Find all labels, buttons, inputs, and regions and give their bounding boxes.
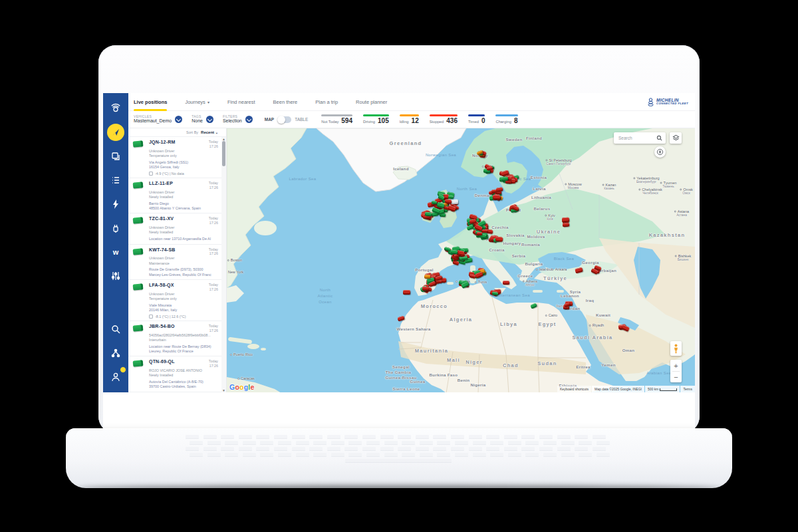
- keyboard-key: [243, 441, 256, 445]
- sidebar-item-navigation[interactable]: [107, 124, 124, 141]
- counter-timed[interactable]: Timed0: [468, 114, 485, 124]
- vehicle-last-update: Today17:26: [209, 181, 218, 190]
- michelin-man-icon: [647, 98, 654, 106]
- vehicle-marker-red[interactable]: [503, 281, 509, 285]
- vehicle-marker-orange[interactable]: [424, 275, 430, 279]
- vehicle-marker-red[interactable]: [445, 199, 452, 203]
- keyboard-key: [521, 447, 535, 451]
- vehicle-marker-green[interactable]: [424, 212, 432, 217]
- vehicle-marker-red[interactable]: [561, 217, 569, 223]
- counter-charging[interactable]: Charging8: [495, 114, 517, 124]
- vehicle-plate: TZC-81-XV: [149, 216, 174, 221]
- vehicle-marker-red[interactable]: [403, 289, 410, 294]
- vehicle-list-item[interactable]: LLZ-11-EPToday17:26Unknown DriverNewly I…: [128, 178, 226, 213]
- keyboard-key: [331, 453, 344, 457]
- vehicle-list-scrollbar[interactable]: ▲ ▼: [221, 137, 226, 392]
- tab-find-nearest[interactable]: Find nearest: [227, 93, 255, 111]
- counter-driving[interactable]: Driving105: [363, 114, 389, 124]
- vehicle-address-line: Via Angelo Siffredi (SS1): [149, 160, 218, 165]
- sidebar-item-share[interactable]: [107, 344, 124, 362]
- pegman-button[interactable]: [670, 341, 682, 356]
- vehicle-list-item[interactable]: QTN-69-QLToday17:26ROJO VICARIO JOSE ANT…: [128, 356, 226, 392]
- chevron-down-icon[interactable]: [245, 116, 253, 123]
- map-layers-button[interactable]: [670, 132, 682, 144]
- vehicle-marker-green[interactable]: [448, 196, 454, 200]
- counter-value: 0: [481, 117, 485, 124]
- vehicle-marker-red[interactable]: [496, 187, 503, 192]
- vehicle-title-row: LLZ-11-EPToday17:26: [149, 181, 218, 190]
- compass-button[interactable]: [654, 146, 666, 158]
- scrollbar-thumb[interactable]: [222, 141, 225, 166]
- tab-journeys[interactable]: Journeys▾: [185, 93, 209, 111]
- selector-vehicles[interactable]: VEHICLESMastemaut_Demo: [134, 114, 182, 124]
- vehicle-list-item[interactable]: TZC-81-XVToday17:26Unknown DriverNewly I…: [128, 213, 226, 244]
- keyboard-key: [207, 453, 221, 457]
- sidebar-item-user[interactable]: [107, 368, 124, 386]
- switch-knob[interactable]: [277, 116, 285, 124]
- tab-been-there[interactable]: Been there: [273, 93, 298, 111]
- keyboard-key: [473, 441, 486, 445]
- vehicle-marker-red[interactable]: [457, 250, 465, 256]
- terms-link[interactable]: Terms: [680, 386, 695, 392]
- counter-label: Charging: [495, 120, 511, 124]
- selector-filters[interactable]: FILTERSSelection: [223, 114, 253, 124]
- selector-tags[interactable]: TAGSNone: [192, 114, 213, 124]
- keyboard-key: [309, 447, 323, 451]
- scroll-down-arrow[interactable]: ▼: [222, 388, 225, 392]
- table-toggle-label[interactable]: TABLE: [295, 117, 308, 122]
- vehicle-list-item[interactable]: KWT-74-SBToday17:26Unknown DriverMainten…: [128, 245, 226, 280]
- keyboard-key: [313, 441, 327, 445]
- vehicle-list-item[interactable]: JQN-12-RMToday17:26Unknown DriverTempera…: [128, 137, 226, 178]
- compass-icon: [656, 148, 664, 156]
- vehicle-marker-red[interactable]: [495, 236, 503, 241]
- vehicle-marker-red[interactable]: [481, 229, 487, 232]
- sort-value-dropdown[interactable]: Recent ⌄: [201, 130, 218, 134]
- navigation-icon: [110, 127, 121, 138]
- keyboard-shortcuts-link[interactable]: Keyboard shortcuts: [557, 386, 591, 392]
- counter-not-today[interactable]: Not Today594: [321, 114, 352, 124]
- counter-idling[interactable]: Idling12: [400, 114, 419, 124]
- keyboard-key: [451, 447, 464, 451]
- vehicle-marker-red[interactable]: [493, 195, 501, 200]
- vehicle-marker-red[interactable]: [422, 287, 429, 291]
- map-table-switch[interactable]: [277, 116, 291, 123]
- map-canvas[interactable]: ‹: [227, 128, 695, 392]
- map-toggle-label[interactable]: MAP: [265, 117, 274, 122]
- search-input[interactable]: [617, 135, 656, 141]
- sidebar-item-filters[interactable]: [107, 267, 124, 285]
- sidebar-item-webfleet-w[interactable]: w: [107, 243, 124, 261]
- counter-stopped[interactable]: Stopped436: [430, 114, 458, 124]
- sidebar-item-radar[interactable]: [107, 100, 124, 117]
- vehicle-marker-green[interactable]: [462, 257, 467, 261]
- zoom-out-button[interactable]: −: [670, 372, 682, 382]
- vehicle-list-item[interactable]: LFA-58-QXToday17:26Unknown DriverTempera…: [128, 280, 226, 321]
- keyboard-key: [437, 453, 450, 457]
- vehicle-marker-green[interactable]: [431, 200, 437, 204]
- zoom-in-button[interactable]: +: [670, 360, 682, 371]
- keyboard-key: [225, 453, 238, 457]
- vehicle-list-item[interactable]: JBR-54-BOToday17:2654056acf2802f94afb562…: [128, 321, 226, 356]
- thermometer-icon: [149, 315, 153, 319]
- keyboard-key: [561, 441, 575, 445]
- tab-route-planner[interactable]: Route planner: [356, 93, 387, 111]
- sidebar-item-bolt[interactable]: [107, 196, 124, 213]
- keyboard-key: [539, 435, 553, 439]
- vehicle-plate: QTN-69-QL: [149, 359, 175, 364]
- vehicle-marker-green[interactable]: [492, 291, 499, 295]
- sidebar-item-search[interactable]: [107, 321, 124, 338]
- vehicle-marker-red[interactable]: [477, 232, 482, 235]
- keyboard-key: [348, 441, 362, 445]
- vehicle-plate: LLZ-11-EP: [149, 181, 173, 186]
- sidebar-item-list[interactable]: [107, 172, 124, 189]
- chevron-down-icon[interactable]: [206, 116, 213, 123]
- sidebar-item-journeys[interactable]: [107, 148, 124, 165]
- sidebar-item-charger[interactable]: [107, 219, 124, 237]
- vehicle-marker-red[interactable]: [563, 223, 569, 227]
- tab-live-positions[interactable]: Live positions: [134, 93, 167, 111]
- search-icon[interactable]: [656, 135, 662, 141]
- chevron-down-icon[interactable]: [175, 116, 182, 123]
- search-icon: [110, 324, 121, 334]
- vehicle-last-update: Today17:26: [209, 247, 218, 257]
- vehicle-marker-green[interactable]: [451, 249, 458, 253]
- tab-plan-a-trip[interactable]: Plan a trip: [315, 93, 338, 111]
